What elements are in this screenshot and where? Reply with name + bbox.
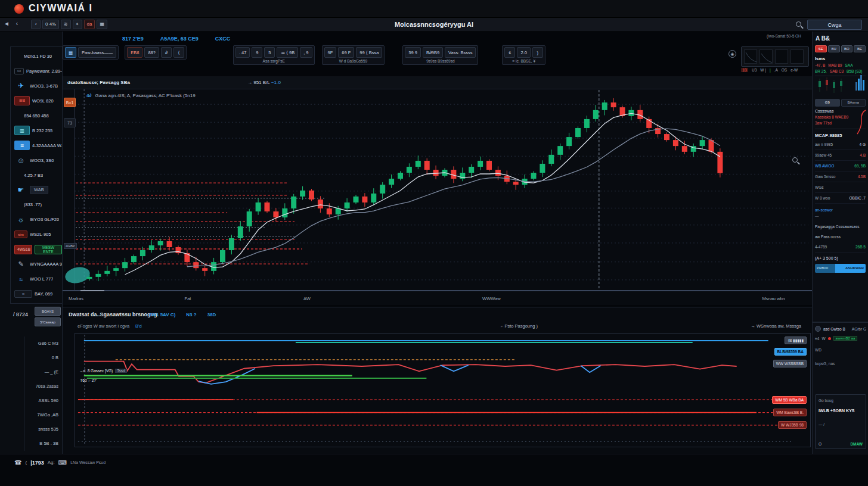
panel-link[interactable]: an-soswor (815, 208, 866, 212)
price-level-badge: WW WSSBSBB (773, 360, 807, 367)
watchlist-item[interactable]: 4.25.7 B3 (11, 169, 62, 182)
main-chart-body[interactable]: 4∂Gana agn.4IS; A, Pasasgass; AC P'toask… (63, 89, 812, 291)
watchlist-item[interactable]: «BAY, 069 (11, 287, 62, 301)
chart-scrollbar[interactable] (63, 290, 812, 291)
quicklink[interactable]: CXCC (215, 36, 231, 42)
right-panel-button[interactable]: BO (841, 45, 853, 52)
toolbar-button[interactable]: . 47 (235, 47, 250, 58)
sidebar-value: 7WGa ,AB (24, 408, 62, 422)
toolbar-button[interactable]: ∂ (161, 47, 172, 58)
trading-platform-window: CIYWWAIÁ I ◄ ‹ ‹0 4⅝≋⌖da▦ Moicassnncsogé… (0, 0, 868, 486)
toolbar-button[interactable]: Paw-baass—— (78, 47, 116, 58)
watchlist-item[interactable]: (833 .77) (11, 198, 62, 211)
watchlist-item[interactable]: ≣4-32AAAAA W-SSS (11, 139, 62, 152)
watchlist-item[interactable]: ☛WAB (11, 183, 62, 197)
toolbar-button[interactable]: ⟨ (173, 47, 184, 58)
watchlist-item[interactable]: ≈WOO L 777 (11, 272, 62, 286)
toolbar-button[interactable]: Vass: Bssss (445, 47, 476, 58)
indicator-line-label: →d. 8 Gassec [VG)Tssd (79, 369, 127, 373)
navbar-action-button[interactable]: Cwga (807, 20, 862, 30)
scrib-icon: ≈ (14, 275, 27, 284)
right-panel-button[interactable]: BU (828, 45, 840, 52)
indicator-panel-link[interactable]: 38D (207, 312, 216, 317)
watchlist-trade-buttons: 4WS1BMESW ENTE (11, 242, 62, 256)
quicklink[interactable]: A5A9E, 63 CE9 (160, 36, 199, 42)
stat-label: W 8 woo (815, 196, 830, 200)
legend-link[interactable]: B'd (135, 323, 142, 329)
ticker-mini-stats: 1BU3W ||.AOSe-W (741, 68, 809, 72)
stat-row: aw n 99854 G (815, 139, 866, 150)
chat-message-box[interactable]: Go boug IWLB +SOBN KYS — / O DMAW (815, 394, 866, 449)
toolbar-button[interactable]: , 9 (300, 47, 312, 58)
watchlist-item[interactable]: Mcnd.1 FD 30 (11, 49, 62, 63)
right-panel-tab[interactable]: BAsma (841, 99, 866, 107)
toolbar-button[interactable]: 88? (144, 47, 159, 58)
target-icon[interactable]: ◉ (728, 50, 736, 58)
toolbar-button[interactable]: 99 ⟨ Bssa (356, 47, 382, 58)
send-button[interactable]: DMAW (850, 442, 863, 446)
panel-link-secondary[interactable]: — (815, 214, 866, 218)
right-panel-tabs: G9BAsma (815, 99, 866, 107)
right-panel-button[interactable]: SE (815, 45, 827, 52)
quicklink[interactable]: 817 2'E9 (122, 36, 144, 42)
indicator-line-label: T6d ←2?' (80, 378, 97, 382)
layout-thumbnail[interactable] (775, 49, 788, 64)
sidebar-bottom-button[interactable]: BOAYS (35, 307, 61, 316)
layout-thumbnail[interactable] (790, 49, 804, 64)
indicator-panel-link[interactable]: N3 ? (186, 312, 196, 317)
watchlist-item[interactable]: ✈WOO3, 3-67B (11, 79, 62, 93)
layout-thumbnail[interactable] (760, 49, 773, 64)
watchlist-item[interactable]: ≣BWO9L 820 (11, 94, 62, 108)
toolbar-button[interactable]: ¢ (504, 47, 515, 58)
chat-label: WD (815, 348, 866, 352)
watchlist-item[interactable]: ▥B 232 235 (11, 124, 62, 138)
toolbar-group: ▦Paw-baass—— (63, 45, 119, 60)
sell-button[interactable]: 4WS1B (14, 245, 32, 254)
search-icon[interactable] (796, 21, 801, 27)
toolbar-button[interactable]: ≔ ⟨ 9B (277, 47, 298, 58)
chart-layout-picker[interactable] (741, 46, 809, 67)
toolbar-button[interactable]: ) (532, 47, 543, 58)
watchlist-item-label: 4.25.7 B3 (24, 173, 43, 178)
time-axis-label: Marlras (69, 296, 83, 301)
watchlist-item[interactable]: ☺WOO3, 3S0 (11, 154, 62, 167)
chat-tool-icon[interactable]: W (822, 337, 825, 341)
progress-bar[interactable]: PRB00 ASHKWAB (815, 264, 866, 273)
right-panel-button[interactable]: BE (854, 45, 866, 52)
watchlist-item[interactable]: 854 650 458 (11, 109, 62, 123)
watchlist-item[interactable]: ▭Paywewanr, 2.89–5 (11, 64, 62, 78)
toolbar-button[interactable]: 2.0 (517, 47, 530, 58)
right-panel-tab[interactable]: G9 (815, 99, 840, 107)
toolbar-button[interactable]: ▦ (65, 47, 76, 58)
statusbar: ☎ ( |1793 Ag: ⌨ LNa Wessaw Psud (0, 454, 868, 486)
watchlist-item-label: (833 .77) (24, 202, 42, 207)
header-stat: → 951 B/L (247, 80, 270, 85)
toolbar-button[interactable]: 5 (264, 47, 275, 58)
watchlist-item-label: WS2L-905 (30, 232, 51, 237)
indicator-panel-link[interactable]: 6W1 5AV C) (149, 312, 175, 317)
watchlist-item[interactable]: simWS2L-905 (11, 228, 62, 241)
toolbar-button[interactable]: 69 F (338, 47, 354, 58)
watchlist-item[interactable]: ✎WYNGAAAAA 9SS (11, 257, 62, 271)
toolbar-button[interactable]: 9F (324, 47, 337, 58)
layout-thumbnail[interactable] (744, 49, 757, 64)
stats-rows: aw n 99854 G99aew 454.BWB AWOO69, 5BGaw … (815, 139, 866, 204)
zoom-icon[interactable] (792, 157, 798, 163)
toolbar-button[interactable]: 59 9 (405, 47, 421, 58)
candlestick-chart[interactable] (63, 89, 812, 291)
toolbar-button[interactable]: 9 (252, 47, 262, 58)
sidebar-bottom-button[interactable]: S'Caasap (35, 317, 61, 326)
chart-tool-badge[interactable]: B≡1 (64, 98, 76, 107)
watchlist-item[interactable]: ☼IEYO3 GL/F20 (11, 213, 62, 226)
indicator-chart-box[interactable]: ⟨B ▮▮▮▮▮BLB/98559 BAWW WSSBSBBWM 5B WBa … (75, 333, 811, 447)
right-panel-title: A B& (816, 35, 866, 42)
buy-button[interactable]: MESW ENTE (35, 245, 62, 254)
mini-stat: OS (782, 68, 787, 72)
toolbar-button[interactable]: EB8 (127, 47, 142, 58)
chat-tool-icon[interactable]: ≡4 (815, 337, 819, 341)
time-axis[interactable]: MarlrasFatAWWWWawMsnau wbn (63, 291, 812, 305)
sidebar-value: ASSL 590 (24, 394, 62, 408)
chart-tool-badge[interactable]: 73 (64, 118, 76, 127)
chat-header-right[interactable]: AGrbr G (852, 327, 866, 331)
toolbar-button[interactable]: B∂9B9 (423, 47, 443, 58)
